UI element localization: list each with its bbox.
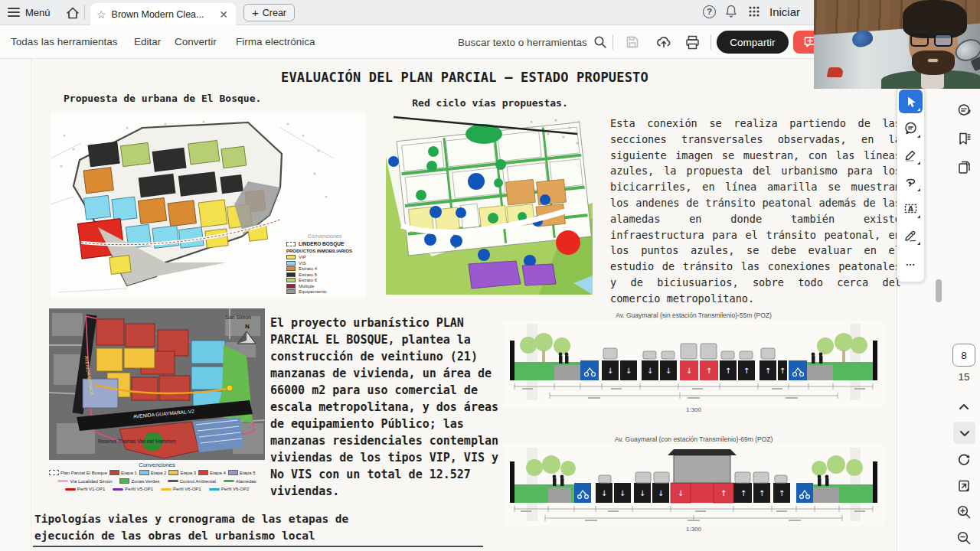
esign-menu[interactable]: Firma electrónica xyxy=(236,36,315,47)
previous-page-button[interactable] xyxy=(954,397,974,417)
divider xyxy=(33,546,483,547)
svg-text:↓: ↓ xyxy=(647,367,653,375)
menu-button[interactable]: Menú xyxy=(8,5,51,19)
comments-panel-button[interactable] xyxy=(954,100,974,120)
svg-text:↓: ↓ xyxy=(607,367,613,375)
webcam-lamp xyxy=(827,67,844,77)
map-propuesta-urbana: Convenciones LINDERO BOSQUE PRODUCTOS IN… xyxy=(51,112,366,298)
svg-text:↓: ↓ xyxy=(665,367,671,375)
zoom-out-icon xyxy=(956,530,972,546)
svg-text:A: A xyxy=(908,205,913,213)
svg-text:↓: ↓ xyxy=(601,489,607,497)
create-label: Crear xyxy=(263,8,286,18)
svg-text:San Simón: San Simón xyxy=(225,315,251,320)
svg-text:↓: ↓ xyxy=(678,489,684,497)
person-mouth xyxy=(927,58,939,63)
xsec1-title: Av. Guaymaral (sin estación Transmilenio… xyxy=(504,311,884,319)
map-red-ciclovias xyxy=(386,111,593,295)
xsec2-title: Av. Guaymaral (con estación Transmilenio… xyxy=(504,435,884,443)
divider xyxy=(612,34,613,50)
comment-bubble-icon xyxy=(903,121,918,135)
current-page-input[interactable]: 8 xyxy=(952,344,975,367)
fit-page-button[interactable] xyxy=(954,476,974,496)
add-text-tool-button[interactable]: A xyxy=(899,197,923,220)
map1-caption: Propuesta de urbana de El Bosque. xyxy=(64,93,261,104)
comment-tool-button[interactable] xyxy=(899,116,923,140)
search-icon xyxy=(593,35,607,49)
map3-legend: Convenciones Plan Parcial El Bosque Etap… xyxy=(49,461,265,494)
save-icon[interactable] xyxy=(625,34,640,50)
svg-text:↓: ↓ xyxy=(639,489,645,497)
divider xyxy=(710,34,711,50)
more-tools-button[interactable]: … xyxy=(899,250,923,274)
scrollbar-thumb[interactable] xyxy=(936,279,942,302)
svg-text:Reserva Thomas Van der Hammen: Reserva Thomas Van der Hammen xyxy=(98,439,176,444)
home-icon xyxy=(64,5,81,21)
svg-text:↑: ↑ xyxy=(743,367,750,375)
draw-tool-button[interactable] xyxy=(899,170,923,194)
home-button[interactable] xyxy=(64,5,81,21)
convert-menu[interactable]: Convertir xyxy=(175,36,217,47)
edit-menu[interactable]: Editar xyxy=(134,36,161,47)
signin-button[interactable]: Iniciar xyxy=(769,5,800,18)
cross-section-sin-estacion: Av. Guaymaral (sin estación Transmilenio… xyxy=(504,311,884,426)
current-page-value: 8 xyxy=(961,350,967,361)
person-beard xyxy=(912,51,955,75)
bookmark-icon xyxy=(956,131,972,147)
next-page-button[interactable] xyxy=(953,422,975,444)
map-aerial-etapas: AVENIDA GUAYMARAL-V2 AVENIDA BOYACÁ San … xyxy=(49,308,265,506)
rotate-icon xyxy=(956,452,972,468)
svg-text:↓: ↓ xyxy=(619,489,626,497)
print-icon[interactable] xyxy=(684,34,701,51)
person-glasses xyxy=(934,34,952,47)
legend-title: Convenciones xyxy=(286,233,363,239)
hamburger-icon xyxy=(8,5,20,19)
help-icon[interactable]: ? xyxy=(703,5,716,18)
close-tab-icon[interactable]: ✕ xyxy=(217,8,230,21)
svg-text:↑: ↑ xyxy=(720,489,727,497)
legend-title: Convenciones xyxy=(49,461,265,468)
zoom-in-button[interactable] xyxy=(954,502,974,522)
bookmarks-panel-button[interactable] xyxy=(954,129,974,148)
document-tab[interactable]: ☆ Brown Modern Clea... ✕ xyxy=(90,3,236,25)
sign-tool-button[interactable] xyxy=(899,223,923,247)
star-icon[interactable]: ☆ xyxy=(96,8,106,21)
svg-text:↑: ↑ xyxy=(779,489,785,497)
app-window: Menú ☆ Brown Modern Clea... ✕ + Crear ? … xyxy=(0,0,980,551)
xsec2-scale: 1:300 xyxy=(504,526,884,533)
lasso-icon xyxy=(903,174,918,189)
menu-label: Menú xyxy=(25,7,51,18)
divider xyxy=(84,5,85,20)
chevron-up-icon xyxy=(958,401,970,413)
highlight-tool-button[interactable] xyxy=(899,143,923,167)
share-button[interactable]: Compartir xyxy=(717,31,789,54)
pages-icon xyxy=(956,159,972,175)
pages-panel-button[interactable] xyxy=(954,157,974,177)
tab-title: Brown Modern Clea... xyxy=(112,9,213,20)
person-eyebrow xyxy=(913,31,929,33)
search-field[interactable]: Buscar texto o herramientas xyxy=(458,35,607,49)
share-label: Compartir xyxy=(730,37,775,48)
page-title: EVALUACIÓN DEL PLAN PARCIAL – ESTADO PRO… xyxy=(31,70,898,85)
notifications-icon[interactable] xyxy=(724,4,739,19)
person-glasses xyxy=(910,34,929,47)
paragraph-conexion: Esta conexión se realiza partiendo de la… xyxy=(610,116,901,307)
cloud-upload-icon[interactable] xyxy=(655,34,672,51)
zoom-in-icon xyxy=(956,504,972,520)
svg-text:↑: ↑ xyxy=(759,489,765,497)
xsec1-scale: 1:300 xyxy=(504,406,884,413)
apps-grid-icon[interactable] xyxy=(746,4,762,19)
select-tool-button[interactable] xyxy=(899,90,923,113)
svg-text:↑: ↑ xyxy=(765,367,771,375)
cross-section-con-estacion: Av. Guaymaral (con estación Transmilenio… xyxy=(504,435,884,544)
search-label: Buscar texto o herramientas xyxy=(458,37,587,48)
svg-text:↑: ↑ xyxy=(706,367,712,375)
all-tools-menu[interactable]: Todas las herramientas xyxy=(11,36,118,47)
zoom-out-button[interactable] xyxy=(954,528,974,548)
webcam-overlay xyxy=(814,0,980,89)
create-button[interactable]: + Crear xyxy=(243,4,295,21)
document-area[interactable]: EVALUACIÓN DEL PLAN PARCIAL – ESTADO PRO… xyxy=(0,59,980,551)
svg-text:↓: ↓ xyxy=(686,367,692,375)
svg-text:↓: ↓ xyxy=(658,489,664,497)
rotate-page-button[interactable] xyxy=(954,450,974,470)
